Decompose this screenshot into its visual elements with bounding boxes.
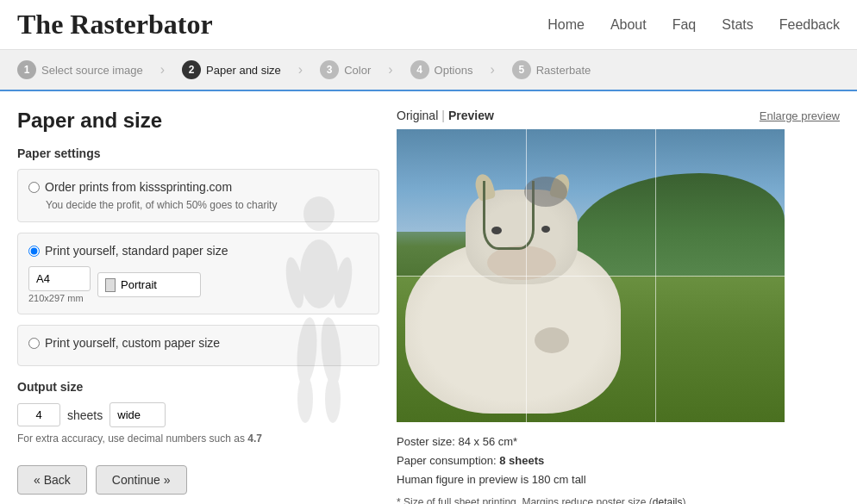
human-figure-info: Human figure in preview is 180 cm tall (397, 470, 840, 489)
paper-dimensions: 210x297 mm (28, 293, 91, 303)
svg-point-1 (300, 240, 338, 308)
stepper: 1 Select source image › 2 Paper and size… (0, 50, 857, 91)
paper-size-select-wrapper: A4 A0 A1 A2 A3 A5 Letter Legal (28, 266, 91, 291)
step-4-label: Options (435, 64, 473, 77)
step-separator-1: › (160, 62, 165, 78)
step-2[interactable]: 2 Paper and size (182, 60, 281, 79)
nav-stats[interactable]: Stats (722, 17, 753, 33)
orientation-icon (105, 278, 116, 292)
svg-point-0 (303, 196, 335, 231)
nav-home[interactable]: Home (547, 17, 585, 33)
radio-standard-input[interactable] (28, 246, 40, 257)
nav-faq[interactable]: Faq (672, 17, 697, 33)
enlarge-preview-link[interactable]: Enlarge preview (760, 109, 840, 122)
radio-custom-label[interactable]: Print yourself, custom paper size (45, 336, 220, 350)
step-1-circle: 1 (17, 60, 36, 79)
step-1-label: Select source image (41, 64, 143, 77)
orientation-select-wrapper: Portrait Landscape (97, 272, 201, 297)
step-separator-4: › (490, 62, 494, 78)
step-5-circle: 5 (512, 60, 531, 79)
output-dir-select-wrapper: wide tall (109, 402, 166, 427)
svg-point-7 (325, 375, 341, 423)
svg-point-6 (297, 375, 313, 423)
preview-footnote: * Size of full sheet printing. Margins r… (397, 496, 840, 504)
back-button[interactable]: « Back (17, 465, 87, 495)
step-separator-3: › (388, 62, 392, 78)
step-separator-2: › (298, 62, 303, 78)
cow-nose (487, 246, 556, 280)
step-5[interactable]: 5 Rasterbate (512, 60, 591, 79)
tab-original[interactable]: Original (397, 109, 438, 122)
step-1[interactable]: 1 Select source image (17, 60, 143, 79)
header: The Rasterbator Home About Faq Stats Fee… (0, 0, 857, 50)
preview-image-container (397, 129, 785, 422)
human-silhouette (259, 109, 379, 504)
tab-preview[interactable]: Preview (448, 109, 494, 122)
orientation-select[interactable]: Portrait Landscape (121, 277, 193, 293)
step-3[interactable]: 3 Color (320, 60, 371, 79)
paper-consumption-value: 8 sheets (499, 454, 544, 467)
preview-tabs: Original | Preview (397, 109, 494, 122)
paper-size-wrapper: A4 A0 A1 A2 A3 A5 Letter Legal 210x297 m… (28, 266, 91, 303)
main-nav: Home About Faq Stats Feedback (547, 17, 840, 33)
paper-consumption-info: Paper consumption: 8 sheets (397, 451, 840, 470)
preview-info: Poster size: 84 x 56 cm* Paper consumpti… (397, 432, 840, 489)
radio-custom-input[interactable] (28, 338, 40, 349)
details-link[interactable]: details (653, 496, 683, 504)
paper-size-select[interactable]: A4 A0 A1 A2 A3 A5 Letter Legal (28, 266, 91, 291)
step-5-label: Rasterbate (536, 64, 591, 77)
cow-dark-patch (524, 177, 567, 207)
radio-standard-label[interactable]: Print yourself, standard paper size (45, 244, 228, 258)
cow-eye-right (541, 226, 550, 233)
main-content: Paper and size Paper settings Order prin… (0, 91, 857, 504)
radio-order-label[interactable]: Order prints from kisssprinting.com (45, 180, 232, 194)
continue-button[interactable]: Continue » (96, 465, 187, 495)
nav-feedback[interactable]: Feedback (779, 17, 840, 33)
cow-spot (535, 327, 569, 353)
step-4-circle: 4 (410, 60, 429, 79)
poster-size-info: Poster size: 84 x 56 cm* (397, 432, 840, 451)
output-size-input[interactable] (17, 403, 60, 426)
step-3-circle: 3 (320, 60, 339, 79)
nav-about[interactable]: About (610, 17, 647, 33)
step-4[interactable]: 4 Options (410, 60, 473, 79)
radio-order-input[interactable] (28, 182, 40, 193)
output-dir-select[interactable]: wide tall (109, 402, 166, 427)
step-3-label: Color (344, 64, 371, 77)
cow-scene (397, 129, 785, 422)
right-panel: Original | Preview Enlarge preview (397, 109, 840, 504)
tab-separator: | (441, 109, 445, 122)
left-panel: Paper and size Paper settings Order prin… (17, 109, 379, 504)
step-2-circle: 2 (182, 60, 201, 79)
preview-header: Original | Preview Enlarge preview (397, 109, 840, 122)
app-title: The Rasterbator (17, 9, 213, 40)
output-size-unit: sheets (67, 408, 103, 422)
step-2-label: Paper and size (206, 64, 281, 77)
